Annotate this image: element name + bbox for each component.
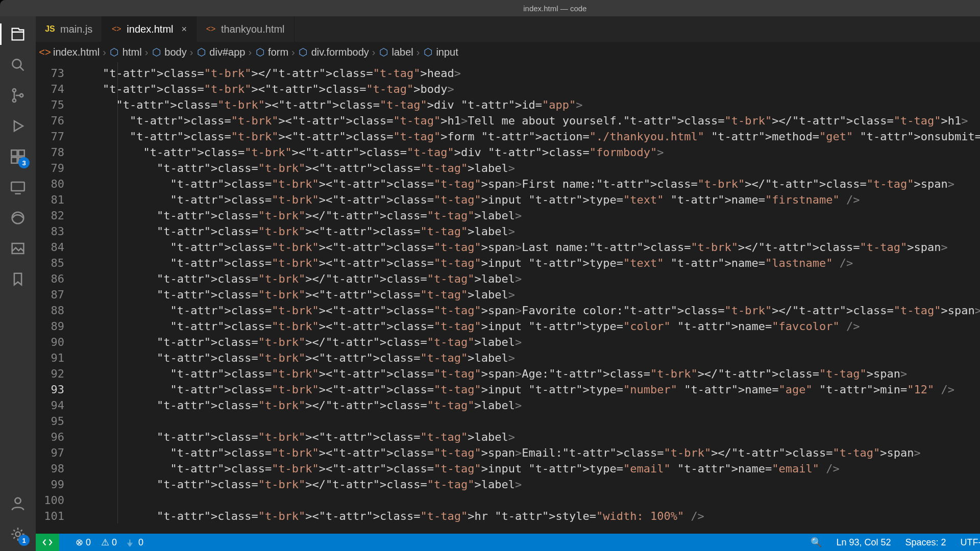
svg-rect-10 [12,243,24,254]
editor-tabs: JS main.js <> index.html × <> thankyou.h… [36,16,980,42]
errors-count[interactable]: ⊗ 0 [76,537,91,548]
svg-point-1 [13,89,16,92]
svg-point-11 [15,498,20,504]
activity-bar: 3 1 [0,16,36,551]
element-icon: ⬡ [109,47,119,57]
tab-label: main.js [60,23,92,35]
search-icon[interactable] [7,54,29,76]
editor-window: index.html — code 3 [0,0,980,551]
window-title: index.html — code [523,4,586,13]
svg-point-9 [12,212,24,224]
picture-icon[interactable] [7,238,29,259]
js-file-icon: JS [45,24,55,34]
tab-label: index.html [127,23,173,35]
svg-point-0 [12,59,21,68]
remote-icon[interactable] [7,177,29,198]
breadcrumb[interactable]: <>index.html › ⬡html › ⬡body › ⬡div#app … [36,42,980,62]
ports-count[interactable]: ⏚ 0 [127,537,143,548]
svg-rect-4 [11,150,17,156]
edge-icon[interactable] [7,207,29,229]
settings-gear-icon[interactable]: 1 [7,523,29,545]
html-file-icon: <> [40,47,50,57]
settings-badge: 1 [18,535,30,546]
element-icon: ⬡ [196,47,206,57]
encoding[interactable]: UTF-8 [961,537,980,548]
element-icon: ⬡ [255,47,265,57]
element-icon: ⬡ [151,47,161,57]
cursor-position[interactable]: Ln 93, Col 52 [836,537,891,548]
svg-rect-8 [11,182,24,191]
run-debug-icon[interactable] [7,115,29,137]
account-icon[interactable] [7,493,29,514]
remote-indicator-icon[interactable] [36,534,59,551]
svg-rect-5 [18,150,24,156]
close-icon[interactable]: × [182,24,187,35]
svg-rect-6 [11,157,17,163]
code-editor[interactable]: 7374757677787980818283848586878889909192… [36,62,980,534]
line-numbers: 7374757677787980818283848586878889909192… [36,62,71,534]
indentation[interactable]: Spaces: 2 [905,537,946,548]
extensions-icon[interactable]: 3 [7,146,29,167]
extensions-badge: 3 [18,157,30,168]
element-icon: ⬡ [378,47,388,57]
tab-label: thankyou.html [221,23,285,35]
element-icon: ⬡ [423,47,433,57]
window-titlebar: index.html — code [0,0,980,16]
status-bar: ⊗ 0 ⚠ 0 ⏚ 0 🔍 Ln 93, Col 52 Spaces: 2 UT… [36,534,980,551]
svg-point-12 [15,532,20,536]
tab-thankyou[interactable]: <> thankyou.html [197,16,295,42]
tab-mainjs[interactable]: JS main.js [36,16,102,42]
tab-indexhtml[interactable]: <> index.html × [102,16,197,42]
bookmark-icon[interactable] [7,268,29,290]
svg-point-3 [20,94,23,97]
svg-point-2 [13,99,16,102]
source-control-icon[interactable] [7,85,29,106]
element-icon: ⬡ [298,47,308,57]
warnings-count[interactable]: ⚠ 0 [101,537,117,548]
zoom-icon[interactable]: 🔍 [811,537,822,548]
html-file-icon: <> [111,24,121,34]
html-file-icon: <> [206,24,216,34]
explorer-icon[interactable] [7,23,29,45]
